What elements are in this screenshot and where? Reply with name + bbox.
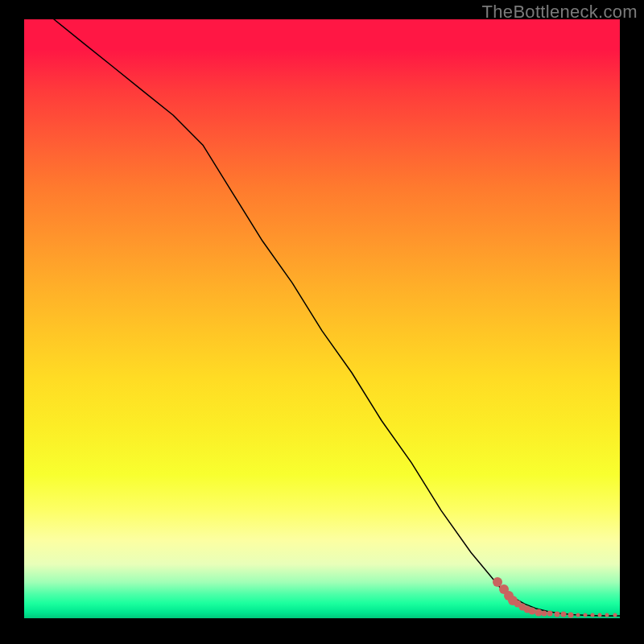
marker-dot bbox=[542, 610, 547, 616]
marker-dot bbox=[597, 613, 601, 617]
marker-layer bbox=[24, 19, 620, 618]
plot-area bbox=[24, 19, 620, 618]
marker-dot bbox=[561, 612, 567, 617]
marker-dot bbox=[547, 611, 553, 617]
marker-dot bbox=[584, 613, 588, 617]
marker-dot bbox=[554, 611, 559, 617]
chart-frame: TheBottleneck.com bbox=[0, 0, 644, 644]
watermark-text: TheBottleneck.com bbox=[482, 2, 638, 23]
marker-dot bbox=[576, 613, 580, 617]
marker-dot bbox=[590, 613, 594, 617]
marker-dot bbox=[605, 613, 609, 617]
marker-dot bbox=[568, 612, 574, 617]
marker-dot bbox=[613, 613, 617, 617]
